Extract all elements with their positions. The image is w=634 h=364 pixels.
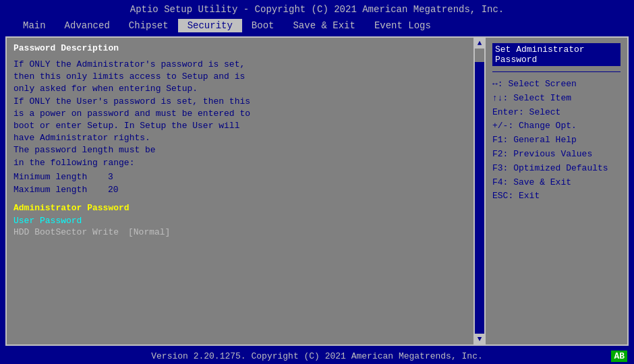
help-f2: F2: Previous Values [492, 148, 621, 162]
menu-item-event-logs[interactable]: Event Logs [365, 19, 440, 32]
hdd-row: HDD BootSector Write [Normal] [13, 227, 467, 237]
selected-line-2: Password [495, 55, 618, 65]
main-content: Password Description If ONLY the Adminis… [5, 36, 629, 346]
scroll-track [475, 49, 484, 334]
help-f4: F4: Save & Exit [492, 176, 621, 190]
help-change-opt: +/-: Change Opt. [492, 119, 621, 133]
menu-item-chipset[interactable]: Chipset [119, 19, 178, 32]
menu-item-main[interactable]: Main [13, 19, 55, 32]
hdd-value: [Normal] [128, 227, 170, 237]
min-length-label: Minimum length [13, 172, 108, 182]
desc-line-5: is a power on password and must be enter… [13, 108, 467, 120]
right-panel: Set Administrator Password ↔: Select Scr… [486, 38, 627, 344]
admin-password-header: Administrator Password [13, 203, 467, 213]
ab-badge: AB [611, 351, 627, 362]
scrollbar: ▲ ▼ [475, 38, 486, 344]
min-length-row: Minimum length 3 [13, 172, 467, 182]
selected-option-display: Set Administrator Password [492, 43, 621, 66]
menu-item-advanced[interactable]: Advanced [55, 19, 119, 32]
selected-line-1: Set Administrator [495, 44, 618, 55]
help-enter: Enter: Select [492, 106, 621, 120]
max-length-value: 20 [108, 185, 119, 195]
help-esc: ESC: Exit [492, 189, 621, 204]
desc-line-1: If ONLY the Administrator's password is … [13, 59, 467, 71]
max-length-row: Maximum length 20 [13, 185, 467, 195]
help-select-screen: ↔: Select Screen [492, 78, 621, 92]
panel-title: Password Description [13, 43, 467, 53]
status-text: Version 2.20.1275. Copyright (C) 2021 Am… [151, 351, 482, 361]
help-f1: F1: General Help [492, 133, 621, 148]
desc-line-8: The password length must be [13, 144, 467, 156]
desc-line-4: If ONLY the User's password is set, then… [13, 96, 467, 108]
menu-item-save-exit[interactable]: Save & Exit [283, 19, 364, 32]
scroll-thumb [475, 49, 484, 62]
help-f3: F3: Optimized Defaults [492, 162, 621, 176]
user-password-link[interactable]: User Password [13, 216, 467, 226]
max-length-label: Maximum length [13, 185, 108, 195]
hdd-label: HDD BootSector Write [13, 227, 128, 237]
right-panel-divider [492, 71, 621, 72]
menu-item-security[interactable]: Security [178, 19, 242, 32]
left-panel: Password Description If ONLY the Adminis… [7, 38, 475, 344]
desc-line-9: in the following range: [13, 157, 467, 169]
menu-bar: Main Advanced Chipset Security Boot Save… [0, 18, 634, 34]
desc-line-7: have Administrator rights. [13, 132, 467, 144]
desc-line-6: boot or enter Setup. In Setup the User w… [13, 120, 467, 132]
menu-item-boot[interactable]: Boot [242, 19, 284, 32]
status-bar: Version 2.20.1275. Copyright (C) 2021 Am… [0, 348, 634, 364]
help-text: ↔: Select Screen ↑↓: Select Item Enter: … [492, 78, 621, 204]
title-text: Aptio Setup Utility - Copyright (C) 2021… [130, 4, 505, 15]
scroll-down-arrow[interactable]: ▼ [475, 334, 484, 344]
min-length-value: 3 [108, 172, 113, 182]
desc-line-2: then this only limits access to Setup an… [13, 71, 467, 83]
desc-line-3: only asked for when entering Setup. [13, 83, 467, 95]
help-select-item: ↑↓: Select Item [492, 92, 621, 106]
scroll-up-arrow[interactable]: ▲ [475, 38, 484, 49]
title-bar: Aptio Setup Utility - Copyright (C) 2021… [0, 0, 634, 18]
description-text: If ONLY the Administrator's password is … [13, 59, 467, 169]
